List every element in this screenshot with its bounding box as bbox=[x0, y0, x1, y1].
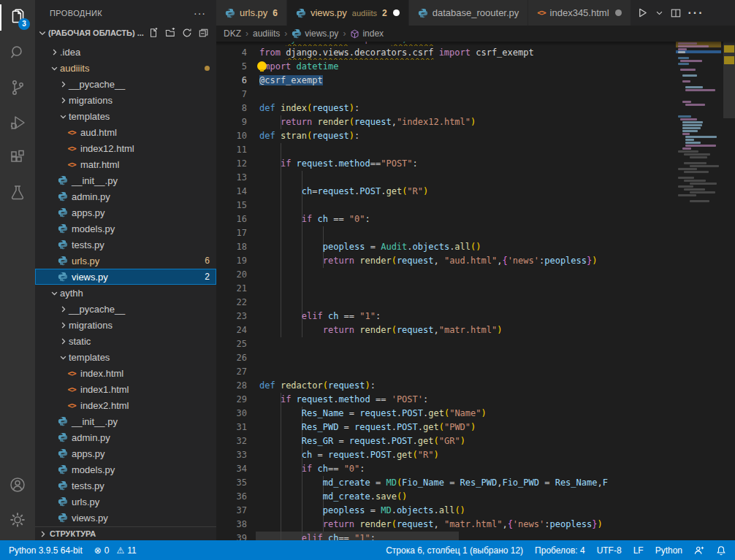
code-line-16[interactable]: if ch == "0": bbox=[259, 212, 669, 226]
line-number-31[interactable]: 31 bbox=[216, 421, 247, 434]
status-problems[interactable]: ⊗0⚠11 bbox=[94, 545, 137, 556]
sidebar-more-actions-button[interactable]: ··· bbox=[194, 7, 206, 19]
activity-source-control[interactable] bbox=[0, 70, 35, 105]
code-line-25[interactable] bbox=[259, 337, 669, 351]
tree-item-__init__.py[interactable]: __init__.py bbox=[35, 413, 216, 429]
line-number-27[interactable]: 27 bbox=[216, 365, 247, 379]
tree-item-tests.py[interactable]: tests.py bbox=[35, 477, 216, 494]
code-line-24[interactable]: return render(request,"matr.html") bbox=[259, 323, 669, 337]
line-number-22[interactable]: 22 bbox=[216, 296, 247, 310]
code-line-8[interactable]: def index(request): bbox=[259, 101, 669, 115]
line-number-30[interactable]: 30 bbox=[216, 407, 247, 421]
line-number-9[interactable]: 9 bbox=[216, 115, 247, 129]
line-number-18[interactable]: 18 bbox=[216, 240, 247, 254]
line-number-24[interactable]: 24 bbox=[216, 323, 247, 337]
code-line-28[interactable]: def redactor(request): bbox=[259, 379, 669, 393]
breadcrumb-index[interactable]: index bbox=[350, 28, 384, 39]
line-number-13[interactable]: 13 bbox=[216, 171, 247, 185]
tree-item-admin.py[interactable]: admin.py bbox=[35, 429, 216, 445]
activity-testing[interactable] bbox=[0, 175, 35, 210]
tree-item-matr.html[interactable]: <>matr.html bbox=[35, 156, 216, 172]
tree-item-views.py[interactable]: views.py bbox=[35, 510, 216, 526]
tab-urls.py[interactable]: urls.py6 bbox=[216, 0, 287, 26]
line-number-17[interactable]: 17 bbox=[216, 226, 247, 240]
run-button[interactable] bbox=[637, 7, 648, 18]
tree-item-__pycache__[interactable]: __pycache__ bbox=[35, 301, 216, 317]
line-number-25[interactable]: 25 bbox=[216, 337, 247, 351]
code-editor[interactable]: 3from aythh.models import MD,Audit4from … bbox=[216, 42, 735, 540]
line-number-28[interactable]: 28 bbox=[216, 379, 247, 393]
tree-item-__init__.py[interactable]: __init__.py bbox=[35, 172, 216, 188]
line-number-33[interactable]: 33 bbox=[216, 448, 247, 462]
tree-item-audiiits[interactable]: audiiits bbox=[35, 60, 216, 76]
line-number-32[interactable]: 32 bbox=[216, 434, 247, 448]
line-number-19[interactable]: 19 bbox=[216, 254, 247, 268]
split-editor-button[interactable] bbox=[671, 8, 681, 18]
status-cursor-position[interactable]: Строка 6, столбец 1 (выбрано 12) bbox=[386, 545, 523, 556]
tree-item-templates[interactable]: templates bbox=[35, 108, 216, 124]
refresh-icon[interactable] bbox=[182, 28, 192, 38]
breadcrumb-DKZ[interactable]: DKZ bbox=[224, 28, 241, 39]
tree-item-aud.html[interactable]: <>aud.html bbox=[35, 124, 216, 140]
code-line-32[interactable]: Res_GR = request.POST.get("GR") bbox=[259, 434, 669, 448]
tree-item-models.py[interactable]: models.py bbox=[35, 220, 216, 237]
tree-item-__pycache__[interactable]: __pycache__ bbox=[35, 76, 216, 92]
code-line-10[interactable]: def stran(request): bbox=[259, 129, 669, 143]
tree-item-.idea[interactable]: .idea bbox=[35, 44, 216, 60]
code-line-38[interactable]: return render(request, "matr.html",{'new… bbox=[259, 518, 669, 532]
line-number-35[interactable]: 35 bbox=[216, 476, 247, 490]
dirty-indicator[interactable] bbox=[393, 9, 400, 16]
status-feedback[interactable] bbox=[694, 545, 704, 556]
tab-database_roouter.py[interactable]: database_roouter.py bbox=[409, 0, 529, 26]
minimap[interactable] bbox=[676, 42, 721, 540]
code-line-9[interactable]: return render(request,"index12.html") bbox=[259, 115, 669, 129]
activity-extensions[interactable] bbox=[0, 140, 35, 175]
workspace-section-header[interactable]: (РАБОЧАЯ ОБЛАСТЬ) ... bbox=[35, 26, 216, 40]
tree-item-models.py[interactable]: models.py bbox=[35, 461, 216, 477]
line-number-34[interactable]: 34 bbox=[216, 462, 247, 476]
code-line-34[interactable]: if ch== "0": bbox=[259, 462, 669, 476]
line-number-10[interactable]: 10 bbox=[216, 129, 247, 143]
activity-explorer[interactable]: 3 bbox=[0, 0, 35, 35]
tree-item-urls.py[interactable]: urls.py6 bbox=[35, 253, 216, 269]
code-line-26[interactable] bbox=[259, 351, 669, 365]
code-line-30[interactable]: Res_Name = request.POST.get("Name") bbox=[259, 407, 669, 421]
tree-item-admin.py[interactable]: admin.py bbox=[35, 188, 216, 204]
activity-search[interactable] bbox=[0, 35, 35, 70]
tree-item-index12.html[interactable]: <>index12.html bbox=[35, 140, 216, 156]
line-number-20[interactable]: 20 bbox=[216, 268, 247, 282]
code-line-21[interactable] bbox=[259, 282, 669, 296]
dirty-indicator[interactable] bbox=[615, 9, 622, 16]
code-line-39[interactable]: elif ch== "1": bbox=[259, 532, 669, 541]
line-number-15[interactable]: 15 bbox=[216, 199, 247, 212]
tree-item-migrations[interactable]: migrations bbox=[35, 92, 216, 108]
code-line-7[interactable] bbox=[259, 88, 669, 101]
status-eol[interactable]: LF bbox=[633, 545, 644, 556]
new-folder-icon[interactable] bbox=[165, 28, 175, 38]
tree-item-aythh[interactable]: aythh bbox=[35, 285, 216, 301]
tree-item-tests.py[interactable]: tests.py bbox=[35, 237, 216, 253]
tree-item-templates[interactable]: templates bbox=[35, 349, 216, 365]
tree-item-apps.py[interactable]: apps.py bbox=[35, 204, 216, 220]
line-number-29[interactable]: 29 bbox=[216, 393, 247, 407]
code-line-19[interactable]: return render(request, "aud.html",{'news… bbox=[259, 254, 669, 268]
code-line-11[interactable] bbox=[259, 143, 669, 157]
activity-settings[interactable] bbox=[0, 502, 35, 537]
code-line-14[interactable]: ch=request.POST.get("R") bbox=[259, 185, 669, 199]
vertical-scrollbar[interactable] bbox=[723, 42, 735, 118]
code-line-33[interactable]: ch = request.POST.get("R") bbox=[259, 448, 669, 462]
activity-run-debug[interactable] bbox=[0, 105, 35, 140]
more-actions-button[interactable]: ··· bbox=[688, 7, 704, 20]
line-number-5[interactable]: 5 bbox=[216, 60, 247, 74]
code-action-lightbulb-icon[interactable] bbox=[257, 61, 267, 71]
breadcrumb-audiiits[interactable]: audiiits bbox=[253, 28, 280, 39]
line-number-38[interactable]: 38 bbox=[216, 518, 247, 532]
line-number-7[interactable]: 7 bbox=[216, 88, 247, 101]
line-number-23[interactable]: 23 bbox=[216, 310, 247, 323]
tree-item-index.html[interactable]: <>index.html bbox=[35, 365, 216, 381]
line-number-14[interactable]: 14 bbox=[216, 185, 247, 199]
code-line-15[interactable] bbox=[259, 199, 669, 212]
code-line-5[interactable]: import datetime bbox=[259, 60, 669, 74]
breadcrumb-views.py[interactable]: views.py bbox=[292, 28, 338, 39]
line-number-39[interactable]: 39 bbox=[216, 532, 247, 541]
